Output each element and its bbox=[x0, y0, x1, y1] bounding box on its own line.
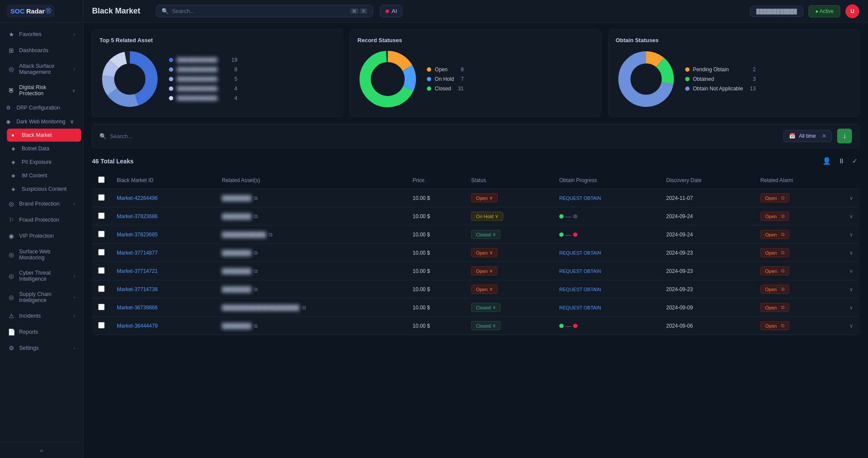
ai-button[interactable]: AI bbox=[380, 5, 403, 17]
sidebar-item-black-market[interactable]: ● Black Market bbox=[7, 129, 81, 142]
alarm-ext-link-icon[interactable]: ⧉ bbox=[781, 250, 785, 256]
alarm-badge[interactable]: Open ⧉ bbox=[760, 193, 789, 202]
legend-item-pending: Pending Obtain 2 bbox=[685, 66, 756, 73]
expand-row-button[interactable]: ∨ bbox=[849, 195, 853, 201]
status-badge[interactable]: Closed ∨ bbox=[471, 321, 501, 330]
alarm-ext-link-icon[interactable]: ⧉ bbox=[781, 286, 785, 292]
alarm-badge[interactable]: Open ⧉ bbox=[760, 230, 789, 239]
table-row: Market-37823686████████⧉10.00 $On Hold ∨… bbox=[92, 207, 859, 226]
table-header-row: 46 Total Leaks 👤 ⏸ ✓ bbox=[92, 155, 859, 167]
status-badge[interactable]: On Hold ∨ bbox=[471, 212, 503, 221]
request-obtain-button[interactable]: REQUEST OBTAIN bbox=[559, 196, 601, 201]
asset-icon[interactable]: ⧉ bbox=[254, 213, 258, 219]
alarm-ext-link-icon[interactable]: ⧉ bbox=[781, 232, 785, 237]
filter-search[interactable]: 🔍 bbox=[99, 133, 778, 139]
sidebar-item-vip-protection[interactable]: ◉ VIP Protection bbox=[2, 228, 81, 244]
asset-icon[interactable]: ⧉ bbox=[254, 250, 258, 256]
asset-value: ████████ bbox=[222, 286, 251, 292]
row-checkbox[interactable] bbox=[98, 267, 105, 274]
alarm-ext-link-icon[interactable]: ⧉ bbox=[781, 268, 785, 274]
row-checkbox[interactable] bbox=[98, 194, 105, 201]
status-badge[interactable]: Closed ∨ bbox=[471, 303, 501, 312]
cell-related-alarm: Open ⧉ bbox=[754, 207, 843, 226]
search-input[interactable] bbox=[172, 8, 347, 14]
expand-row-button[interactable]: ∨ bbox=[849, 268, 853, 274]
expand-row-button[interactable]: ∨ bbox=[849, 250, 853, 256]
expand-row-button[interactable]: ∨ bbox=[849, 286, 853, 292]
alarm-badge[interactable]: Open ⧉ bbox=[760, 285, 789, 294]
alarm-badge[interactable]: Open ⧉ bbox=[760, 248, 789, 257]
sidebar-item-brand-protection[interactable]: ◎ Brand Protection › bbox=[2, 196, 81, 212]
sidebar-item-fraud-protection[interactable]: ⚐ Fraud Protection bbox=[2, 212, 81, 228]
avatar: U bbox=[845, 4, 859, 18]
sidebar-item-attack-surface[interactable]: ◎ Attack Surface Management › bbox=[2, 59, 81, 80]
request-obtain-button[interactable]: REQUEST OBTAIN bbox=[559, 287, 601, 292]
expand-row-button[interactable]: ∨ bbox=[849, 305, 853, 311]
status-badge[interactable]: Open ∨ bbox=[471, 266, 498, 275]
search-box[interactable]: 🔍 ⌘ K bbox=[156, 5, 373, 17]
sidebar-item-favorites[interactable]: ★ Favorites › bbox=[2, 27, 81, 42]
user-info-button[interactable]: ████████████ bbox=[750, 6, 804, 17]
alarm-ext-link-icon[interactable]: ⧉ bbox=[781, 195, 785, 201]
table-row: Market-37714877████████⧉10.00 $Open ∨REQ… bbox=[92, 244, 859, 262]
request-obtain-button[interactable]: REQUEST OBTAIN bbox=[559, 269, 601, 274]
sidebar-item-supply-chain[interactable]: ◎ Supply Chain Intelligence › bbox=[2, 287, 81, 308]
status-button[interactable]: ● Active bbox=[809, 5, 840, 17]
sidebar-item-botnet-data[interactable]: ◈ Botnet Data bbox=[7, 142, 81, 155]
sidebar-item-digital-risk[interactable]: ⛨ Digital Risk Protection ∨ bbox=[2, 80, 81, 101]
filter-search-input[interactable] bbox=[110, 133, 778, 139]
asset-icon[interactable]: ⧉ bbox=[302, 305, 306, 311]
check-action-button[interactable]: ✓ bbox=[850, 155, 859, 167]
asset-icon[interactable]: ⧉ bbox=[254, 195, 258, 201]
alarm-ext-link-icon[interactable]: ⧉ bbox=[781, 213, 785, 219]
row-checkbox[interactable] bbox=[98, 231, 105, 237]
pause-action-button[interactable]: ⏸ bbox=[836, 155, 847, 167]
asset-icon[interactable]: ⧉ bbox=[254, 268, 258, 274]
sidebar-item-drp-config[interactable]: ⚙ DRP Configuration bbox=[2, 101, 81, 114]
legend-label: ████████████████ bbox=[177, 96, 224, 101]
sidebar-item-im-content[interactable]: ◈ IM Content bbox=[7, 169, 81, 182]
sidebar-item-suspicious-content[interactable]: ◈ Suspicious Content bbox=[7, 183, 81, 196]
kbd-cmd: ⌘ bbox=[350, 8, 359, 14]
person-action-button[interactable]: 👤 bbox=[821, 155, 833, 167]
asset-icon[interactable]: ⧉ bbox=[254, 286, 258, 292]
expand-row-button[interactable]: ∨ bbox=[849, 232, 853, 238]
download-button[interactable]: ↓ bbox=[837, 129, 852, 143]
sidebar-item-dashboards[interactable]: ⊞ Dashboards bbox=[2, 43, 81, 58]
expand-row-button[interactable]: ∨ bbox=[849, 213, 853, 219]
row-checkbox[interactable] bbox=[98, 322, 105, 329]
asset-icon[interactable]: ⧉ bbox=[254, 323, 258, 329]
sidebar-item-incidents[interactable]: ⚠ Incidents › bbox=[2, 308, 81, 324]
request-obtain-button[interactable]: REQUEST OBTAIN bbox=[559, 250, 601, 256]
time-filter[interactable]: 📅 All time ✕ bbox=[783, 130, 832, 142]
sidebar-item-cyber-threat[interactable]: ◎ Cyber Threat Intelligence › bbox=[2, 266, 81, 286]
alarm-badge[interactable]: Open ⧉ bbox=[760, 303, 789, 312]
row-checkbox[interactable] bbox=[98, 212, 105, 219]
row-checkbox[interactable] bbox=[98, 304, 105, 310]
sidebar-item-reports[interactable]: 📄 Reports bbox=[2, 324, 81, 340]
row-checkbox[interactable] bbox=[98, 249, 105, 256]
alarm-ext-link-icon[interactable]: ⧉ bbox=[781, 323, 785, 329]
request-obtain-button[interactable]: REQUEST OBTAIN bbox=[559, 305, 601, 310]
sidebar-item-settings[interactable]: ⚙ Settings › bbox=[2, 340, 81, 356]
alarm-badge[interactable]: Open ⧉ bbox=[760, 321, 789, 330]
col-related-alarm: Related Alarm bbox=[754, 172, 843, 189]
status-badge[interactable]: Open ∨ bbox=[471, 248, 498, 257]
progress-dot-green bbox=[559, 324, 564, 328]
expand-row-button[interactable]: ∨ bbox=[849, 323, 853, 329]
asset-icon[interactable]: ⧉ bbox=[269, 232, 273, 238]
status-badge[interactable]: Open ∨ bbox=[471, 285, 498, 294]
select-all-checkbox[interactable] bbox=[98, 176, 105, 183]
sidebar-item-surface-web[interactable]: ◎ Surface Web Monitoring bbox=[2, 244, 81, 265]
clear-filter-button[interactable]: ✕ bbox=[822, 133, 826, 139]
sidebar-item-pii-exposure[interactable]: ◈ PII Exposure bbox=[7, 156, 81, 169]
status-badge[interactable]: Closed ∨ bbox=[471, 230, 501, 239]
sidebar-item-dark-web[interactable]: ◉ Dark Web Monitoring ∨ bbox=[2, 115, 81, 128]
cell-obtain-progress: REQUEST OBTAIN bbox=[553, 280, 660, 299]
sidebar-collapse-button[interactable]: « bbox=[0, 442, 83, 458]
row-checkbox[interactable] bbox=[98, 285, 105, 292]
alarm-badge[interactable]: Open ⧉ bbox=[760, 266, 789, 275]
alarm-badge[interactable]: Open ⧉ bbox=[760, 212, 789, 221]
status-badge[interactable]: Open ∨ bbox=[471, 193, 498, 202]
alarm-ext-link-icon[interactable]: ⧉ bbox=[781, 305, 785, 310]
